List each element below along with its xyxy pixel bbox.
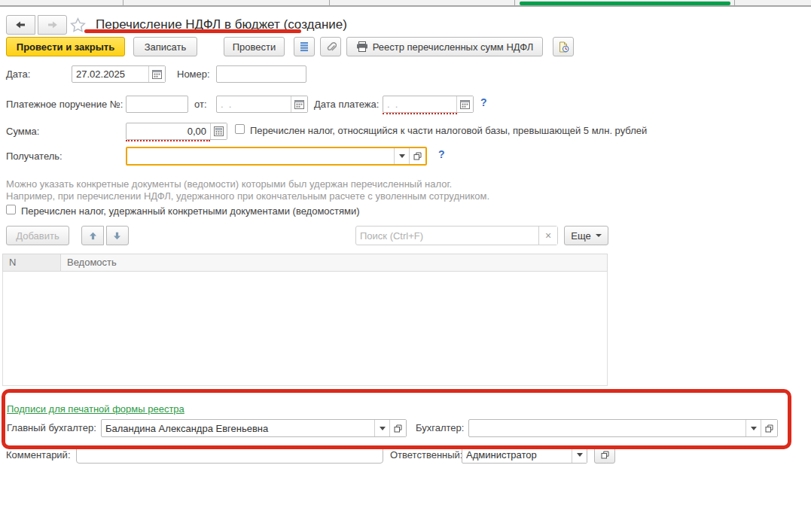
accountant-input[interactable] bbox=[469, 420, 745, 436]
payment-order-label: Платежное поручение №: bbox=[6, 99, 123, 111]
from-date-calendar-button[interactable] bbox=[291, 96, 307, 112]
chief-accountant-open-button[interactable] bbox=[389, 420, 406, 436]
date-field bbox=[72, 65, 166, 83]
recipient-input[interactable] bbox=[127, 148, 394, 164]
set-time-button[interactable] bbox=[553, 37, 574, 56]
register-report-label: Реестр перечисленных сумм НДФЛ bbox=[373, 41, 534, 53]
active-tab-indicator[interactable] bbox=[520, 2, 730, 5]
number-field bbox=[216, 65, 306, 83]
attachments-button[interactable] bbox=[320, 37, 341, 56]
recipient-help-icon[interactable]: ? bbox=[438, 148, 445, 160]
payment-date-calendar-button[interactable] bbox=[456, 96, 473, 112]
calculator-icon bbox=[214, 126, 224, 136]
over-5m-checkbox[interactable] bbox=[235, 124, 245, 134]
add-row-button[interactable]: Добавить bbox=[6, 226, 69, 245]
over-5m-checkbox-label[interactable]: Перечислен налог, относящийся к части на… bbox=[250, 125, 647, 137]
open-icon bbox=[413, 152, 422, 160]
date-input[interactable] bbox=[72, 66, 148, 82]
history-nav-group bbox=[6, 15, 67, 35]
table-body[interactable] bbox=[2, 272, 608, 386]
post-label: Провести bbox=[233, 41, 276, 53]
clear-icon: × bbox=[545, 230, 551, 242]
open-icon bbox=[765, 424, 773, 433]
back-button[interactable] bbox=[6, 15, 35, 35]
accountant-dropdown-button[interactable] bbox=[745, 420, 761, 436]
tab-separator bbox=[514, 0, 515, 7]
responsible-combobox bbox=[462, 446, 587, 464]
payment-date-field bbox=[383, 96, 474, 113]
forward-button[interactable] bbox=[38, 15, 67, 35]
from-label: от: bbox=[194, 99, 207, 111]
accountant-open-button[interactable] bbox=[761, 420, 777, 436]
sum-label: Сумма: bbox=[6, 126, 39, 138]
sum-required-marker bbox=[126, 140, 210, 141]
open-icon bbox=[601, 451, 609, 459]
signatures-link[interactable]: Подписи для печатной формы реестра bbox=[7, 403, 184, 415]
move-buttons-group bbox=[81, 226, 129, 245]
number-label: Номер: bbox=[177, 68, 210, 81]
dropdown-icon bbox=[596, 234, 602, 237]
recipient-dropdown-button[interactable] bbox=[394, 148, 409, 164]
chief-accountant-combobox bbox=[101, 419, 407, 437]
responsible-input[interactable] bbox=[462, 447, 572, 463]
move-down-icon bbox=[113, 232, 121, 240]
search-clear-button[interactable]: × bbox=[538, 226, 557, 245]
chief-accountant-input[interactable] bbox=[102, 420, 374, 436]
responsible-open-button[interactable] bbox=[594, 446, 615, 464]
register-report-button[interactable]: Реестр перечисленных сумм НДФЛ bbox=[346, 37, 543, 56]
hint-line-2: Например, при перечислении НДФЛ, удержан… bbox=[6, 190, 489, 202]
register-records-button[interactable] bbox=[294, 37, 315, 56]
calendar-icon bbox=[294, 99, 304, 109]
dropdown-icon bbox=[380, 427, 386, 430]
comment-field bbox=[76, 446, 383, 464]
move-down-button[interactable] bbox=[106, 226, 129, 245]
open-icon bbox=[394, 424, 402, 433]
accountant-combobox bbox=[468, 419, 778, 437]
recipient-label: Получатель: bbox=[6, 150, 63, 163]
payment-order-field bbox=[126, 96, 188, 113]
recipient-open-button[interactable] bbox=[409, 148, 425, 164]
comment-input[interactable] bbox=[77, 447, 383, 463]
hint-line-1: Можно указать конкретные документы (ведо… bbox=[6, 178, 452, 190]
dropdown-icon bbox=[577, 453, 583, 457]
table-header-number[interactable]: N bbox=[3, 254, 61, 271]
more-label: Еще bbox=[571, 230, 590, 242]
sum-calculator-button[interactable] bbox=[210, 123, 227, 139]
docs-checkbox-label[interactable]: Перечислен налог, удержанный конкретными… bbox=[21, 205, 360, 217]
date-calendar-button[interactable] bbox=[148, 66, 165, 82]
tab-separator bbox=[329, 0, 330, 7]
move-up-button[interactable] bbox=[81, 226, 104, 245]
post-and-close-button[interactable]: Провести и закрыть bbox=[6, 37, 125, 56]
chief-accountant-dropdown-button[interactable] bbox=[374, 420, 389, 436]
post-button[interactable]: Провести bbox=[224, 37, 285, 56]
responsible-dropdown-button[interactable] bbox=[572, 447, 587, 463]
table-header: N Ведомость bbox=[2, 254, 608, 272]
sum-input[interactable] bbox=[127, 123, 210, 139]
write-button[interactable]: Записать bbox=[133, 37, 197, 56]
attachment-icon bbox=[325, 41, 337, 53]
payment-order-input[interactable] bbox=[127, 96, 188, 112]
back-icon bbox=[15, 20, 26, 29]
register-records-icon bbox=[299, 41, 309, 52]
chief-accountant-label: Главный бухгалтер: bbox=[7, 422, 96, 434]
set-time-icon bbox=[558, 41, 569, 53]
favorite-star-icon[interactable] bbox=[69, 16, 87, 37]
write-label: Записать bbox=[145, 41, 187, 53]
search-field: × bbox=[355, 226, 558, 245]
payment-date-input[interactable] bbox=[383, 96, 456, 112]
add-row-label: Добавить bbox=[16, 230, 59, 242]
table-header-vedomost[interactable]: Ведомость bbox=[61, 254, 607, 271]
from-date-field bbox=[216, 96, 308, 113]
docs-checkbox[interactable] bbox=[6, 205, 16, 214]
calendar-icon bbox=[152, 69, 162, 79]
accountant-label: Бухгалтер: bbox=[416, 422, 464, 434]
more-button[interactable]: Еще bbox=[564, 226, 608, 245]
page-title: Перечисление НДФЛ в бюджет (создание) bbox=[96, 17, 347, 32]
from-date-input[interactable] bbox=[217, 96, 291, 112]
move-up-icon bbox=[89, 232, 97, 240]
number-input[interactable] bbox=[217, 66, 306, 82]
payment-date-help-icon[interactable]: ? bbox=[480, 96, 487, 108]
search-input[interactable] bbox=[356, 226, 538, 245]
forward-icon bbox=[47, 20, 58, 29]
dropdown-icon bbox=[399, 154, 405, 158]
